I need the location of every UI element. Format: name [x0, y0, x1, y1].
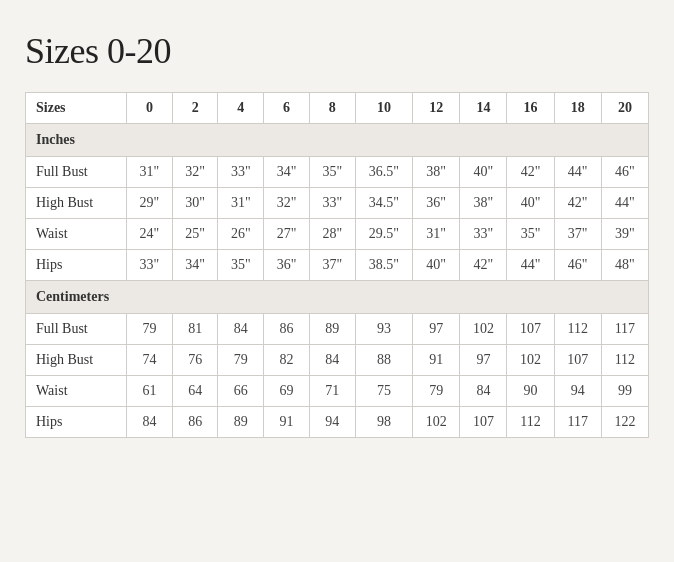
section-header-row: Inches	[26, 124, 649, 157]
cell-value: 33"	[127, 250, 173, 281]
size-col-header: 2	[172, 93, 218, 124]
cell-value: 71	[309, 376, 355, 407]
cell-value: 74	[127, 345, 173, 376]
cell-value: 38"	[460, 188, 507, 219]
cell-value: 117	[554, 407, 601, 438]
size-chart-table: Sizes 02468101214161820 InchesFull Bust3…	[25, 92, 649, 438]
cell-value: 81	[172, 314, 218, 345]
table-row: Full Bust79818486899397102107112117	[26, 314, 649, 345]
table-row: High Bust29"30"31"32"33"34.5"36"38"40"42…	[26, 188, 649, 219]
cell-value: 31"	[413, 219, 460, 250]
cell-value: 27"	[264, 219, 310, 250]
cell-value: 37"	[309, 250, 355, 281]
row-label: Waist	[26, 376, 127, 407]
row-label: High Bust	[26, 345, 127, 376]
cell-value: 46"	[554, 250, 601, 281]
cell-value: 42"	[507, 157, 554, 188]
cell-value: 42"	[554, 188, 601, 219]
cell-value: 89	[218, 407, 264, 438]
cell-value: 91	[413, 345, 460, 376]
cell-value: 40"	[507, 188, 554, 219]
cell-value: 33"	[309, 188, 355, 219]
page-title: Sizes 0-20	[25, 30, 649, 72]
cell-value: 97	[413, 314, 460, 345]
cell-value: 84	[127, 407, 173, 438]
row-label: High Bust	[26, 188, 127, 219]
cell-value: 79	[127, 314, 173, 345]
cell-value: 36"	[264, 250, 310, 281]
cell-value: 99	[601, 376, 648, 407]
cell-value: 40"	[413, 250, 460, 281]
sizes-column-header: Sizes	[26, 93, 127, 124]
cell-value: 32"	[172, 157, 218, 188]
cell-value: 90	[507, 376, 554, 407]
size-col-header: 12	[413, 93, 460, 124]
cell-value: 28"	[309, 219, 355, 250]
row-label: Full Bust	[26, 314, 127, 345]
cell-value: 35"	[309, 157, 355, 188]
cell-value: 82	[264, 345, 310, 376]
section-label: Inches	[26, 124, 649, 157]
cell-value: 29"	[127, 188, 173, 219]
cell-value: 36"	[413, 188, 460, 219]
cell-value: 32"	[264, 188, 310, 219]
table-row: Hips33"34"35"36"37"38.5"40"42"44"46"48"	[26, 250, 649, 281]
size-col-header: 16	[507, 93, 554, 124]
cell-value: 44"	[601, 188, 648, 219]
cell-value: 69	[264, 376, 310, 407]
cell-value: 102	[413, 407, 460, 438]
cell-value: 112	[601, 345, 648, 376]
cell-value: 31"	[127, 157, 173, 188]
cell-value: 97	[460, 345, 507, 376]
cell-value: 66	[218, 376, 264, 407]
column-header-row: Sizes 02468101214161820	[26, 93, 649, 124]
table-row: Waist6164666971757984909499	[26, 376, 649, 407]
table-row: High Bust7476798284889197102107112	[26, 345, 649, 376]
cell-value: 34"	[172, 250, 218, 281]
cell-value: 84	[309, 345, 355, 376]
cell-value: 98	[355, 407, 413, 438]
cell-value: 44"	[507, 250, 554, 281]
section-label: Centimeters	[26, 281, 649, 314]
cell-value: 75	[355, 376, 413, 407]
cell-value: 40"	[460, 157, 507, 188]
cell-value: 112	[554, 314, 601, 345]
cell-value: 29.5"	[355, 219, 413, 250]
cell-value: 88	[355, 345, 413, 376]
cell-value: 61	[127, 376, 173, 407]
cell-value: 94	[554, 376, 601, 407]
cell-value: 26"	[218, 219, 264, 250]
cell-value: 31"	[218, 188, 264, 219]
cell-value: 107	[507, 314, 554, 345]
cell-value: 25"	[172, 219, 218, 250]
cell-value: 35"	[507, 219, 554, 250]
cell-value: 36.5"	[355, 157, 413, 188]
cell-value: 48"	[601, 250, 648, 281]
cell-value: 91	[264, 407, 310, 438]
cell-value: 86	[264, 314, 310, 345]
cell-value: 79	[218, 345, 264, 376]
cell-value: 93	[355, 314, 413, 345]
size-col-header: 0	[127, 93, 173, 124]
row-label: Hips	[26, 250, 127, 281]
cell-value: 107	[460, 407, 507, 438]
size-col-header: 8	[309, 93, 355, 124]
cell-value: 84	[218, 314, 264, 345]
table-row: Waist24"25"26"27"28"29.5"31"33"35"37"39"	[26, 219, 649, 250]
cell-value: 112	[507, 407, 554, 438]
cell-value: 38"	[413, 157, 460, 188]
size-col-header: 10	[355, 93, 413, 124]
size-col-header: 6	[264, 93, 310, 124]
cell-value: 102	[460, 314, 507, 345]
cell-value: 94	[309, 407, 355, 438]
cell-value: 34"	[264, 157, 310, 188]
cell-value: 107	[554, 345, 601, 376]
cell-value: 44"	[554, 157, 601, 188]
cell-value: 30"	[172, 188, 218, 219]
cell-value: 84	[460, 376, 507, 407]
cell-value: 86	[172, 407, 218, 438]
cell-value: 42"	[460, 250, 507, 281]
cell-value: 79	[413, 376, 460, 407]
row-label: Full Bust	[26, 157, 127, 188]
cell-value: 34.5"	[355, 188, 413, 219]
